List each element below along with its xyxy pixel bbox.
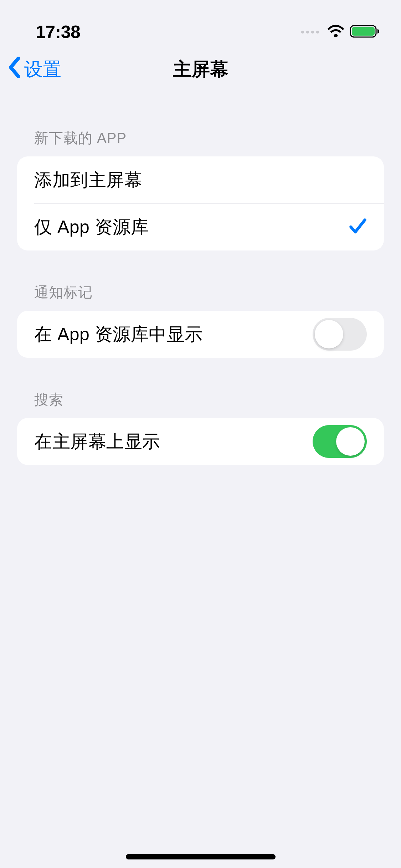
group-badges: 在 App 资源库中显示 <box>17 311 384 358</box>
svg-rect-1 <box>352 27 375 36</box>
toggle-label: 在 App 资源库中显示 <box>34 322 203 346</box>
section-new-apps: 新下载的 APP 添加到主屏幕 仅 App 资源库 <box>17 128 384 250</box>
section-header-new-apps: 新下载的 APP <box>17 128 384 156</box>
option-label: 添加到主屏幕 <box>34 168 142 192</box>
status-time: 17:38 <box>36 22 80 42</box>
nav-bar: 设置 主屏幕 <box>0 46 401 93</box>
signal-dots-icon <box>301 31 319 33</box>
battery-icon <box>350 24 380 40</box>
chevron-left-icon <box>7 57 21 82</box>
switch-show-on-home[interactable] <box>313 425 367 458</box>
option-app-library-only[interactable]: 仅 App 资源库 <box>17 203 384 250</box>
section-header-badges: 通知标记 <box>17 283 384 311</box>
status-icons <box>301 24 380 40</box>
switch-knob <box>315 320 343 348</box>
content: 新下载的 APP 添加到主屏幕 仅 App 资源库 通知标记 在 App 资源库… <box>0 128 401 465</box>
group-new-apps: 添加到主屏幕 仅 App 资源库 <box>17 156 384 250</box>
toggle-label: 在主屏幕上显示 <box>34 430 160 454</box>
option-label: 仅 App 资源库 <box>34 215 149 239</box>
section-search: 搜索 在主屏幕上显示 <box>17 390 384 465</box>
home-indicator <box>126 854 276 859</box>
option-add-to-home[interactable]: 添加到主屏幕 <box>17 156 384 203</box>
checkmark-icon <box>349 217 367 237</box>
section-badges: 通知标记 在 App 资源库中显示 <box>17 283 384 358</box>
switch-knob <box>336 427 365 456</box>
back-button[interactable]: 设置 <box>7 57 61 82</box>
section-header-search: 搜索 <box>17 390 384 418</box>
status-bar: 17:38 <box>0 0 401 46</box>
wifi-icon <box>327 24 345 40</box>
switch-show-in-library[interactable] <box>313 318 367 351</box>
toggle-show-in-library[interactable]: 在 App 资源库中显示 <box>17 311 384 358</box>
group-search: 在主屏幕上显示 <box>17 418 384 465</box>
toggle-show-on-home[interactable]: 在主屏幕上显示 <box>17 418 384 465</box>
back-label: 设置 <box>24 57 61 82</box>
